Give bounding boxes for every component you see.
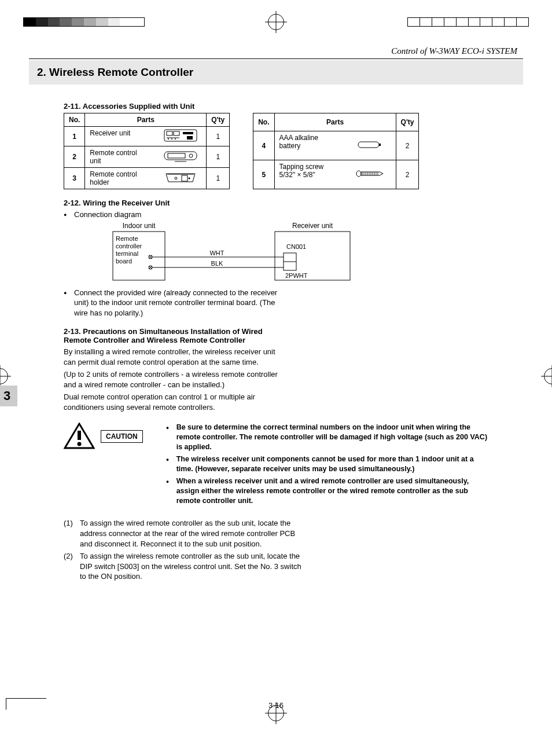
col-no: No. [253, 113, 274, 131]
table-row: 1 Receiver unit 1 [64, 127, 230, 146]
connection-diagram-label: Connection diagram [64, 210, 488, 220]
page-number: 3-16 [29, 701, 523, 710]
svg-point-7 [175, 138, 176, 140]
svg-rect-35 [78, 431, 81, 440]
wiring-instruction: Connect the provided wire (already conne… [64, 288, 289, 318]
precautions-heading: 2-13. Precautions on Simultaneous Instal… [64, 327, 289, 344]
step-item: (2) To assign the wireless remote contro… [64, 551, 307, 582]
svg-text:terminal: terminal [116, 250, 138, 257]
col-parts: Parts [85, 113, 207, 127]
svg-text:CN001: CN001 [286, 243, 306, 250]
running-header: Control of W-3WAY ECO-i SYSTEM [29, 46, 523, 59]
svg-text:Remote: Remote [116, 235, 138, 242]
svg-rect-3 [187, 136, 193, 140]
chapter-tab: 3 [0, 386, 17, 406]
accessories-table-right: No. Parts Q'ty 4 AAA alkaline battery 2 [253, 113, 419, 189]
section-title: 2. Wireless Remote Controller [37, 66, 515, 79]
caution-item: When a wireless receiver unit and a wire… [166, 476, 488, 506]
registration-mark-left [0, 368, 8, 384]
wiring-heading: 2-12. Wiring the Receiver Unit [64, 199, 488, 207]
step-item: (1) To assign the wired remote controlle… [64, 518, 307, 549]
svg-text:controller: controller [116, 243, 142, 249]
battery-icon [357, 141, 382, 149]
svg-text:WHT: WHT [209, 249, 224, 256]
wiring-diagram: Indoor unit Remote controller terminal b… [110, 221, 359, 285]
table-row: 2 Remote control unit 1 [64, 146, 230, 168]
svg-rect-8 [164, 152, 197, 160]
svg-rect-15 [379, 144, 381, 146]
col-qty: Q'ty [396, 113, 419, 131]
svg-text:Indoor unit: Indoor unit [123, 222, 156, 230]
section-title-bar: 2. Wireless Remote Controller [29, 60, 523, 85]
svg-text:BLK: BLK [211, 260, 223, 267]
col-qty: Q'ty [207, 113, 230, 127]
svg-point-13 [188, 177, 190, 179]
table-row: 5 Tapping screw 5/32" × 5/8" 2 [253, 160, 419, 189]
svg-text:board: board [116, 258, 132, 265]
caution-icon [64, 423, 95, 450]
caution-label: CAUTION [101, 430, 143, 443]
accessories-table-left: No. Parts Q'ty 1 Receiver unit [64, 113, 230, 189]
precautions-para: By installing a wired remote controller,… [64, 347, 289, 367]
svg-text:Receiver unit: Receiver unit [292, 222, 333, 230]
svg-text:2PWHT: 2PWHT [285, 272, 308, 279]
registration-marks [0, 17, 552, 35]
svg-point-6 [171, 138, 172, 140]
svg-point-16 [356, 171, 361, 177]
accessories-heading: 2-11. Accessories Supplied with Unit [64, 102, 488, 111]
svg-rect-4 [183, 132, 193, 134]
col-parts: Parts [274, 113, 396, 131]
precautions-para: (Up to 2 units of remote controllers - a… [64, 369, 289, 390]
table-row: 3 Remote control holder 1 [64, 168, 230, 189]
table-row: 4 AAA alkaline battery 2 [253, 131, 419, 160]
caution-item: The wireless receiver unit components ca… [166, 454, 488, 474]
col-no: No. [64, 113, 85, 127]
svg-point-36 [78, 442, 82, 446]
screw-icon [355, 170, 384, 178]
precautions-para: Dual remote control operation can contro… [64, 392, 289, 412]
receiver-unit-icon [164, 129, 197, 142]
registration-mark-right [544, 368, 552, 384]
caution-item: Be sure to determine the correct termina… [166, 423, 488, 452]
remote-holder-icon [163, 171, 198, 184]
svg-point-5 [168, 138, 169, 140]
remote-control-icon [163, 150, 198, 163]
svg-rect-14 [358, 142, 379, 148]
